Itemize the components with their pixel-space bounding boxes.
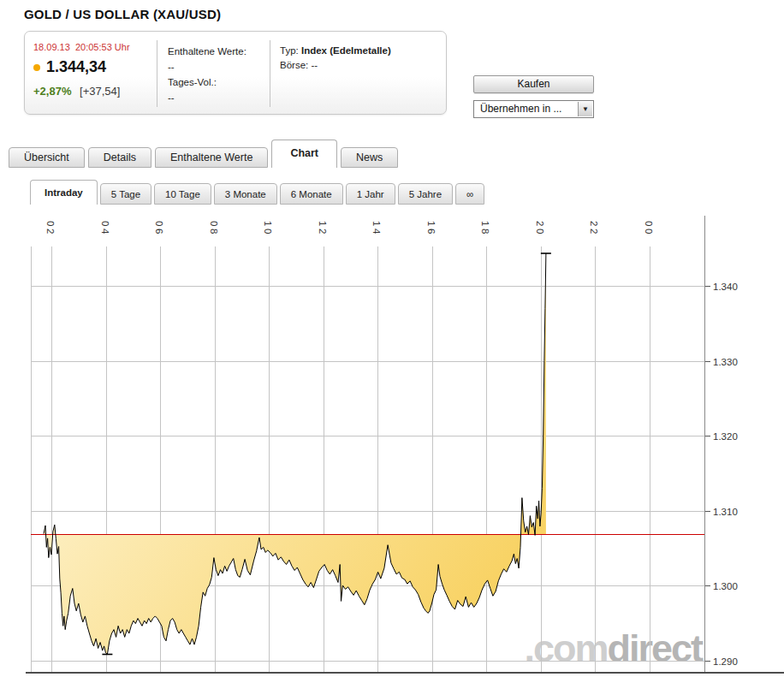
time-tick-label: 06	[154, 221, 164, 236]
price-tick-label: 1.340	[713, 282, 738, 292]
time-tick-label: 08	[209, 221, 219, 236]
price-tick-label: 1.310	[713, 507, 738, 517]
time-tick-label: 12	[318, 221, 328, 236]
price-area-fill	[44, 253, 546, 655]
time-tick-label: 20	[535, 221, 545, 236]
time-tick-label: 02	[45, 221, 56, 236]
time-tick-label: 16	[426, 221, 437, 236]
price-tick-label: 1.320	[713, 431, 738, 442]
time-tick-label: 22	[589, 221, 599, 236]
chart-bottom-border	[26, 672, 784, 674]
price-tick-label: 1.330	[713, 357, 738, 367]
price-tick-label: 1.300	[713, 581, 738, 591]
time-tick-label: 00	[644, 221, 654, 236]
time-tick-label: 04	[100, 221, 110, 236]
time-tick-label: 10	[263, 221, 273, 236]
time-tick-label: 18	[480, 221, 490, 236]
time-tick-label: 14	[371, 221, 382, 236]
intraday-chart: 0204060810121416182022001.3401.3301.3201…	[0, 0, 784, 677]
price-tick-label: 1.290	[713, 656, 738, 667]
